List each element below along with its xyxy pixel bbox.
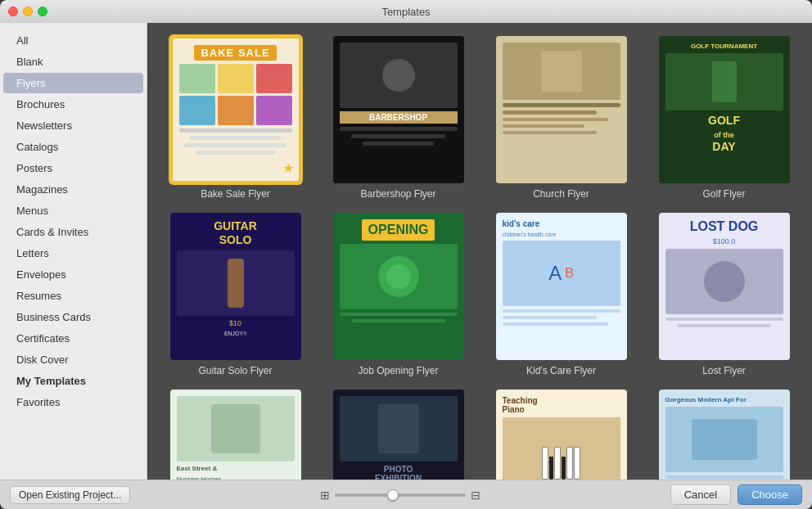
bottom-center: ⊞ ⊟ [320,489,480,502]
template-label-lost-flyer: Lost Flyer [702,365,746,376]
template-label-job-opening: Job Opening Flyer [358,365,438,376]
template-item-photo-exhibition[interactable]: PHOTOEXHIBITION 5 - 8pm Photo Exhibition… [323,390,473,480]
sidebar-item-certificates[interactable]: Certificates [3,328,143,349]
slider-thumb[interactable] [387,489,399,501]
template-thumb-golf: GOLF TOURNAMENT GOLFof theDAY [659,36,790,183]
window-title: Templates [381,6,430,18]
template-item-golf[interactable]: GOLF TOURNAMENT GOLFof theDAY Golf Flyer [649,36,799,200]
sidebar-item-business-cards[interactable]: Business Cards [3,307,143,327]
minimize-button[interactable] [23,7,33,16]
sidebar-item-magazines[interactable]: Magazines [3,179,143,200]
template-label-guitar-solo: Guitar Solo Flyer [198,365,272,376]
template-item-lost-flyer[interactable]: LOST DOG $100.0 Lost Flyer [649,213,799,376]
size-large-icon: ⊟ [471,489,480,502]
sidebar: All Blank Flyers Brochures Newsletters C… [0,23,147,480]
bottom-right: Cancel Choose [670,484,802,505]
template-thumb-job-opening: OPENING [333,213,464,360]
choose-button[interactable]: Choose [738,484,802,505]
sidebar-item-all[interactable]: All [3,30,143,51]
sidebar-item-flyers[interactable]: Flyers [3,73,143,93]
main-container: All Blank Flyers Brochures Newsletters C… [0,23,812,480]
template-item-job-opening[interactable]: OPENING Job Opening Flyer [323,213,473,376]
template-thumb-barbershop: BARBERSHOP [333,36,464,183]
template-thumb-photo-exhibition: PHOTOEXHIBITION 5 - 8pm [333,390,464,480]
template-label-barbershop: Barbershop Flyer [360,188,435,200]
sidebar-item-resumes[interactable]: Resumes [3,286,143,306]
sidebar-item-disk-cover[interactable]: Disk Cover [3,349,143,370]
content-area: BAKE SALE ★ [147,23,812,480]
template-thumb-nursing: East Street & Nursing Homes [170,390,301,480]
template-item-piano[interactable]: TeachingPiano Teaching Piano F [486,390,636,480]
cancel-button[interactable]: Cancel [670,484,731,505]
template-item-barbershop[interactable]: BARBERSHOP Barbershop Flyer [323,36,473,200]
template-label-bake-sale: Bake Sale Flyer [201,188,270,200]
template-label-kids-care: Kid's Care Flyer [526,365,596,376]
sidebar-item-cards-invites[interactable]: Cards & Invites [3,222,143,242]
template-item-guitar-solo[interactable]: GUITARSOLO $10 ENJOY!! Guitar Solo Flyer [160,213,310,376]
template-item-modern-art[interactable]: Gorgeous Modern Apt For Modern Art Flyer [649,390,799,480]
sidebar-item-letters[interactable]: Letters [3,243,143,264]
template-thumb-guitar-solo: GUITARSOLO $10 ENJOY!! [170,213,301,360]
bottom-bar: Open Existing Project... ⊞ ⊟ Cancel Choo… [0,480,812,509]
close-button[interactable] [8,7,18,16]
template-item-nursing[interactable]: East Street & Nursing Homes Nursing Home… [160,390,310,480]
sidebar-item-favorites[interactable]: Favorites [3,392,143,412]
template-item-bake-sale[interactable]: BAKE SALE ★ [160,36,310,200]
size-slider[interactable] [335,493,466,497]
template-thumb-lost-flyer: LOST DOG $100.0 [659,213,790,360]
sidebar-item-brochures[interactable]: Brochures [3,94,143,115]
sidebar-item-menus[interactable]: Menus [3,200,143,221]
sidebar-item-envelopes[interactable]: Envelopes [3,264,143,285]
window-buttons [8,7,47,16]
template-label-church: Church Flyer [533,188,589,200]
sidebar-item-posters[interactable]: Posters [3,158,143,178]
bottom-left: Open Existing Project... [10,486,130,504]
maximize-button[interactable] [38,7,47,16]
sidebar-item-newsletters[interactable]: Newsletters [3,115,143,136]
template-thumb-bake-sale: BAKE SALE ★ [170,36,301,183]
template-item-church[interactable]: Church Flyer [486,36,636,200]
template-label-golf: Golf Flyer [702,188,745,200]
template-grid: BAKE SALE ★ [160,36,799,480]
sidebar-item-catalogs[interactable]: Catalogs [3,137,143,157]
sidebar-item-my-templates[interactable]: My Templates [3,371,143,391]
template-thumb-church [496,36,627,183]
template-thumb-piano: TeachingPiano [496,390,627,480]
open-existing-button[interactable]: Open Existing Project... [10,486,130,504]
sidebar-item-blank[interactable]: Blank [3,52,143,72]
size-small-icon: ⊞ [320,489,330,502]
template-thumb-kids-care: kid's care children's health care A B [496,213,627,360]
template-item-kids-care[interactable]: kid's care children's health care A B Ki… [486,213,636,376]
title-bar: Templates [0,0,812,23]
star-badge: ★ [282,160,294,176]
template-thumb-modern-art: Gorgeous Modern Apt For [659,390,790,480]
